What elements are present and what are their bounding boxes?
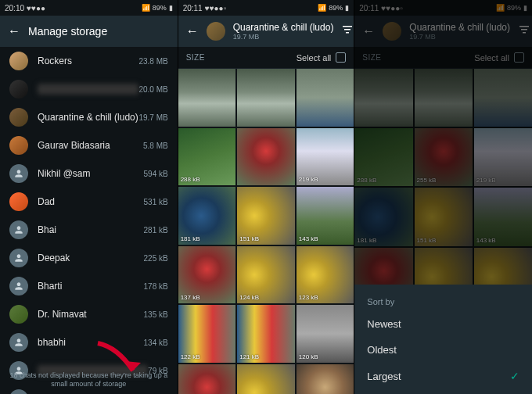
chat-size: 281 kB	[144, 226, 168, 235]
avatar	[9, 333, 28, 352]
media-thumb[interactable]: 288 kB	[178, 128, 236, 186]
svg-rect-2	[344, 29, 350, 30]
media-thumb[interactable]	[237, 69, 295, 127]
media-thumb[interactable]: 143 kB	[297, 187, 354, 245]
chat-name: Gaurav Bidasaria	[38, 140, 143, 151]
chat-name: Nikhil @sam	[38, 168, 144, 179]
status-bar: 20:11♥♥●●▫ 📶89%▮	[178, 0, 354, 16]
media-thumb[interactable]: 123 kB	[297, 246, 354, 304]
chat-avatar	[207, 22, 225, 41]
avatar	[9, 389, 28, 394]
footer-note: 18 chats not displayed because they're t…	[0, 371, 178, 389]
media-thumb[interactable]: 119 kB	[237, 364, 295, 394]
chat-name: Deepak	[38, 253, 144, 263]
media-thumb[interactable]	[237, 128, 295, 186]
thumb-size: 219 kB	[299, 176, 318, 183]
size-row: SIZE Select all	[178, 47, 354, 69]
chat-size: 178 kB	[144, 282, 168, 291]
panel-sort-sheet: 20:11♥♥●●▫ 📶89%▮ ← Quarantine & chill (l…	[354, 0, 532, 394]
panel-media-grid: 20:11♥♥●●▫ 📶89%▮ ← Quarantine & chill (l…	[178, 0, 355, 394]
checkbox-icon[interactable]	[336, 52, 346, 63]
thumb-size: 122 kB	[181, 353, 200, 360]
chat-item[interactable]: Bharti178 kB	[0, 272, 178, 300]
chat-list: Rockers23.8 MB██████20.0 MBQuarantine & …	[0, 47, 178, 394]
chat-name: Bharti	[38, 281, 144, 292]
back-icon[interactable]: ←	[8, 24, 20, 38]
chat-size: 23.8 MB	[138, 57, 167, 66]
chat-item[interactable]: Bhai281 kB	[0, 216, 178, 244]
chat-size: 225 kB	[144, 254, 168, 263]
avatar	[9, 136, 28, 155]
avatar	[9, 305, 28, 324]
media-thumb[interactable]: 124 kB	[237, 246, 295, 304]
sort-title: Sort by	[354, 292, 532, 311]
sort-option[interactable]: Newest	[354, 311, 532, 337]
thumb-size: 181 kB	[181, 235, 200, 242]
chat-size: 594 kB	[144, 170, 168, 178]
media-thumb[interactable]: 121 kB	[237, 305, 295, 363]
size-label: SIZE	[186, 53, 205, 62]
header: ← Manage storage	[0, 16, 178, 47]
status-time: 20:10	[5, 4, 24, 13]
chat-item[interactable]: Quarantine & chill (ludo)19.7 MB	[0, 103, 178, 131]
thumb-size: 137 kB	[181, 294, 200, 301]
avatar	[9, 164, 28, 183]
chat-name: Dr. Nimavat	[38, 309, 144, 320]
chat-item[interactable]: Dad531 kB	[0, 188, 178, 216]
thumb-size: 288 kB	[181, 176, 200, 183]
avatar	[9, 249, 28, 267]
media-thumb[interactable]: 181 kB	[178, 187, 236, 245]
chat-size: 134 kB	[144, 338, 168, 347]
avatar	[9, 220, 28, 239]
chat-item[interactable]: ██████20.0 MB	[0, 75, 178, 103]
avatar	[9, 108, 28, 127]
media-grid: 288 kB219 kB181 kB151 kB143 kB137 kB124 …	[178, 69, 354, 394]
svg-rect-3	[346, 32, 349, 34]
media-thumb[interactable]	[178, 69, 236, 127]
media-thumb[interactable]: 120 kB	[297, 305, 354, 363]
chat-size: 135 kB	[144, 310, 168, 319]
chat-name: bhabhi	[38, 337, 144, 348]
back-icon[interactable]: ←	[186, 24, 199, 38]
chat-name: ██████	[38, 84, 138, 95]
chat-name: Bhai	[38, 224, 144, 235]
status-battery: 89%	[153, 4, 167, 12]
chat-item[interactable]: bhabhi134 kB	[0, 328, 178, 356]
chat-title: Quarantine & chill (ludo)	[233, 22, 334, 33]
sort-option[interactable]: Oldest	[354, 337, 532, 363]
media-thumb[interactable]: 102 kB	[297, 364, 354, 394]
media-thumb[interactable]: 119 kB	[178, 364, 236, 394]
thumb-size: 120 kB	[299, 353, 318, 360]
header: ← Quarantine & chill (ludo) 19.7 MB	[178, 16, 354, 47]
chat-size: 5.8 MB	[143, 141, 168, 150]
media-thumb[interactable]: 151 kB	[237, 187, 295, 245]
media-thumb[interactable]: 122 kB	[178, 305, 236, 363]
avatar	[9, 277, 28, 296]
avatar	[9, 192, 28, 211]
chat-size: 19.7 MB	[138, 113, 167, 122]
chat-item[interactable]: Dr. Nimavat135 kB	[0, 300, 178, 328]
sort-option[interactable]: Largest✓	[354, 363, 532, 389]
check-icon: ✓	[510, 370, 519, 382]
media-thumb[interactable]: 219 kB	[297, 128, 354, 186]
panel-manage-storage: 20:10♥♥●● 📶89%▮ ← Manage storage Rockers…	[0, 0, 178, 394]
media-thumb[interactable]: 137 kB	[178, 246, 236, 304]
chat-item[interactable]: Rockers23.8 MB	[0, 47, 178, 75]
chat-size: 20.0 MB	[138, 85, 167, 94]
chat-size: 531 kB	[144, 198, 168, 206]
chat-item[interactable]: Deepak225 kB	[0, 244, 178, 272]
chat-name: Dad	[38, 196, 144, 207]
sort-icon[interactable]	[341, 23, 354, 39]
media-thumb[interactable]	[297, 69, 354, 127]
select-all[interactable]: Select all	[297, 52, 347, 63]
thumb-size: 151 kB	[239, 235, 259, 242]
svg-rect-1	[343, 26, 352, 27]
chat-name: Quarantine & chill (ludo)	[38, 112, 138, 123]
chat-item[interactable]: Nikhil @sam594 kB	[0, 159, 178, 188]
chat-name: Rockers	[38, 56, 138, 66]
thumb-size: 124 kB	[239, 294, 259, 301]
thumb-size: 123 kB	[299, 294, 318, 301]
status-time: 20:11	[183, 4, 203, 13]
page-title: Manage storage	[28, 25, 170, 38]
chat-item[interactable]: Gaurav Bidasaria5.8 MB	[0, 131, 178, 159]
